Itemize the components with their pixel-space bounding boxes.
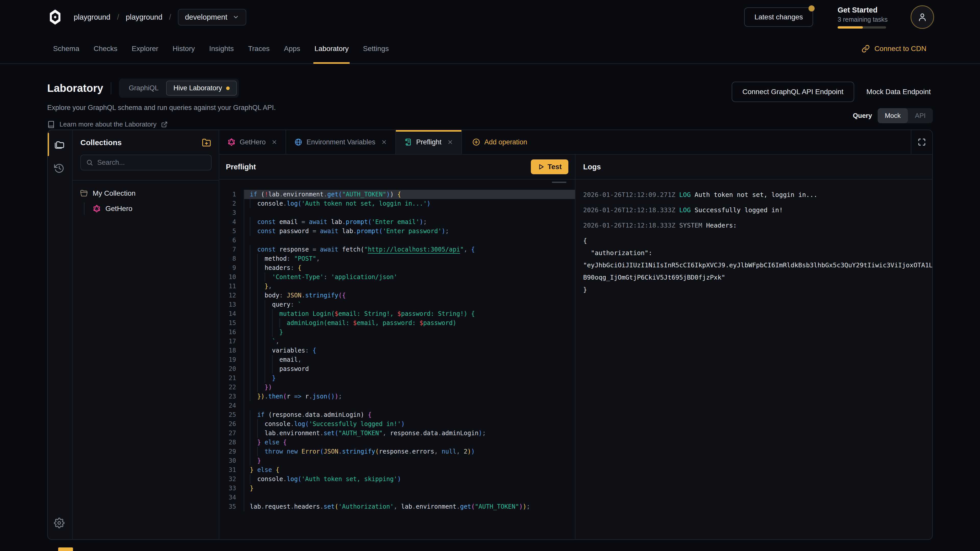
collections-rail-button[interactable] [54, 139, 66, 151]
settings-rail-button[interactable] [54, 517, 66, 529]
line-number: 26 [219, 419, 244, 429]
breadcrumb-project[interactable]: playground [126, 13, 162, 21]
breadcrumb-org[interactable]: playground [74, 13, 110, 21]
add-operation-label: Add operation [484, 138, 527, 146]
tab-settings[interactable]: Settings [356, 34, 396, 63]
tab-apps[interactable]: Apps [277, 34, 307, 63]
tab-checks[interactable]: Checks [86, 34, 124, 63]
editor-tab-preflight[interactable]: Preflight [396, 130, 462, 154]
code-line[interactable]: 22}) [219, 383, 575, 392]
code-line[interactable]: 6 [219, 236, 575, 245]
log-timestamp: 2026-01-26T12:12:09.271Z [583, 191, 679, 198]
code-line[interactable]: 1if (!lab.environment.get("AUTH_TOKEN"))… [219, 190, 575, 199]
search-input[interactable] [97, 159, 206, 167]
code-line[interactable]: 19email, [219, 355, 575, 364]
code-line[interactable]: 21} [219, 373, 575, 383]
code-line[interactable]: 10'Content-Type': 'application/json' [219, 272, 575, 282]
code-line[interactable]: 33} [219, 484, 575, 493]
mock-data-endpoint-button[interactable]: Mock Data Endpoint [864, 82, 933, 102]
code-editor[interactable]: 1if (!lab.environment.get("AUTH_TOKEN"))… [219, 179, 575, 539]
segment-option-api[interactable]: API [908, 108, 933, 123]
code-line[interactable]: 3 [219, 208, 575, 218]
preflight-title: Preflight [226, 163, 256, 171]
code-line[interactable]: 30} [219, 456, 575, 465]
code-line[interactable]: 23}).then(r => r.json()); [219, 392, 575, 401]
code-line[interactable]: 29throw new Error(JSON.stringify(respons… [219, 447, 575, 456]
hive-logo-icon[interactable] [47, 9, 63, 25]
code-line[interactable]: 4const email = await lab.prompt('Enter e… [219, 218, 575, 227]
tree-folder-my-collection[interactable]: My Collection [80, 189, 212, 197]
code-line-content: console.log('Auth token set, skipping') [244, 475, 575, 484]
code-line[interactable]: 7const response = await fetch("http://lo… [219, 245, 575, 254]
segment-option-mock[interactable]: Mock [878, 108, 908, 123]
line-number: 35 [219, 502, 244, 511]
code-line[interactable]: 28} else { [219, 438, 575, 447]
get-started-widget[interactable]: Get Started 3 remaining tasks [838, 6, 888, 29]
work-area: GetHeroEnvironment VariablesPreflight Ad… [219, 130, 932, 539]
tab-insights[interactable]: Insights [202, 34, 241, 63]
close-icon[interactable] [381, 139, 387, 145]
tab-explorer[interactable]: Explorer [124, 34, 165, 63]
tree-item-gethero[interactable]: GetHero [93, 203, 212, 215]
indent-guide [250, 419, 265, 429]
code-line[interactable]: 20password [219, 364, 575, 373]
close-icon[interactable] [271, 139, 277, 145]
close-icon[interactable] [447, 139, 453, 145]
line-number: 21 [219, 373, 244, 383]
code-line[interactable]: 5const password = await lab.prompt('Ente… [219, 227, 575, 236]
collections-top: Collections [73, 130, 219, 181]
tab-traces[interactable]: Traces [241, 34, 277, 63]
code-line[interactable]: 14mutation Login($email: String!, $passw… [219, 309, 575, 318]
play-icon [538, 163, 545, 170]
latest-changes-label: Latest changes [754, 13, 803, 21]
mode-option-label: Hive Laboratory [173, 84, 222, 92]
code-line-content: } [244, 456, 575, 465]
code-line[interactable]: 9headers: { [219, 263, 575, 272]
fullscreen-button[interactable] [911, 130, 932, 154]
code-line[interactable]: 13query: ` [219, 300, 575, 309]
add-operation-button[interactable]: Add operation [462, 130, 538, 154]
target-selector[interactable]: development [178, 9, 246, 25]
code-line[interactable]: 25if (response.data.adminLogin) { [219, 410, 575, 419]
code-line[interactable]: 35lab.request.headers.set('Authorization… [219, 502, 575, 511]
code-line[interactable]: 32console.log('Auth token set, skipping'… [219, 475, 575, 484]
editor-tab-gethero[interactable]: GetHero [219, 130, 286, 154]
line-number: 34 [219, 493, 244, 502]
code-line-content: lab.environment.set("AUTH_TOKEN", respon… [244, 429, 575, 438]
code-line[interactable]: 24 [219, 401, 575, 410]
history-rail-button[interactable] [54, 162, 66, 175]
code-line[interactable]: 11}, [219, 282, 575, 291]
code-line[interactable]: 12body: JSON.stringify({ [219, 291, 575, 300]
avatar[interactable] [911, 5, 934, 29]
link-icon [862, 44, 870, 53]
code-line[interactable]: 2console.log('Auth token not set, loggin… [219, 199, 575, 208]
line-number: 14 [219, 309, 244, 318]
editor-tab-environment-variables[interactable]: Environment Variables [286, 130, 396, 154]
code-line[interactable]: 15adminLogin(email: $email, password: $p… [219, 318, 575, 327]
logs-body[interactable]: 2026-01-26T12:12:09.271Z LOG Auth token … [576, 179, 932, 539]
breadcrumb-separator: / [169, 13, 171, 21]
line-number: 4 [219, 218, 244, 227]
code-line-content [244, 493, 575, 502]
test-button[interactable]: Test [531, 159, 569, 174]
indent-guide [250, 456, 257, 465]
connect-to-cdn-link[interactable]: Connect to CDN [862, 34, 926, 63]
code-line[interactable]: 16} [219, 327, 575, 337]
tab-schema[interactable]: Schema [46, 34, 86, 63]
tab-history[interactable]: History [165, 34, 202, 63]
code-line[interactable]: 8method: "POST", [219, 254, 575, 263]
mode-option-graphiql[interactable]: GraphiQL [121, 81, 166, 96]
code-line[interactable]: 26console.log('Successfully logged in!') [219, 419, 575, 429]
code-line[interactable]: 31} else { [219, 465, 575, 475]
code-line[interactable]: 34 [219, 493, 575, 502]
indent-guide [250, 318, 286, 327]
tab-laboratory[interactable]: Laboratory [307, 34, 356, 63]
connect-graphql-endpoint-button[interactable]: Connect GraphQL API Endpoint [732, 82, 854, 102]
code-line[interactable]: 17`, [219, 337, 575, 346]
new-collection-button[interactable] [202, 138, 212, 148]
latest-changes-button[interactable]: Latest changes [744, 7, 813, 27]
scroll-icon [404, 138, 412, 146]
code-line[interactable]: 27lab.environment.set("AUTH_TOKEN", resp… [219, 429, 575, 438]
mode-option-hive-laboratory[interactable]: Hive Laboratory [166, 81, 237, 96]
code-line[interactable]: 18variables: { [219, 346, 575, 355]
